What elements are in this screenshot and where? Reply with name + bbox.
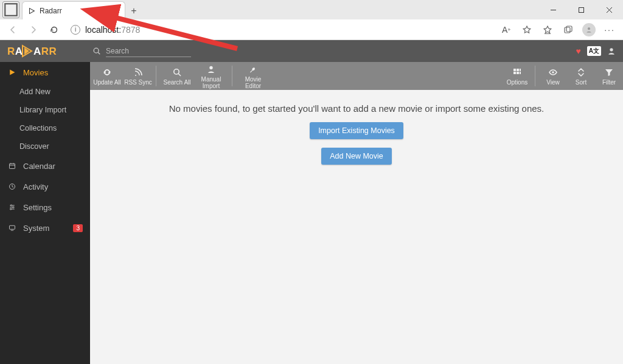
sort-icon <box>576 67 586 77</box>
favorites-icon[interactable] <box>520 22 534 37</box>
sidebar-item-library-import[interactable]: Library Import <box>0 101 90 119</box>
window-controls <box>539 0 623 19</box>
svg-point-27 <box>12 207 13 208</box>
svg-point-29 <box>10 208 12 210</box>
window-minimize-button[interactable] <box>539 0 567 19</box>
site-info-icon[interactable]: i <box>71 25 80 35</box>
svg-line-16 <box>98 52 100 54</box>
svg-rect-36 <box>517 69 519 71</box>
sidebar-item-settings[interactable]: Settings <box>0 197 90 218</box>
sidebar-item-label: Activity <box>23 182 48 191</box>
filter-icon <box>604 67 614 77</box>
wrench-icon <box>248 64 258 74</box>
toolbar-movie-editor[interactable]: MovieEditor <box>236 62 270 90</box>
content-area: No movies found, to get started you'll w… <box>90 90 623 364</box>
svg-rect-3 <box>579 7 583 12</box>
sidebar-item-calendar[interactable]: Calendar <box>0 156 90 176</box>
svg-point-15 <box>94 48 99 53</box>
svg-point-17 <box>610 48 613 51</box>
svg-rect-40 <box>520 72 521 74</box>
svg-marker-1 <box>30 8 35 13</box>
toolbar: Update All RSS Sync Search All <box>90 62 623 90</box>
toolbar-sort[interactable]: Sort <box>567 62 595 90</box>
sidebar-item-label: Calendar <box>23 162 55 171</box>
toolbar-view[interactable]: View <box>539 62 567 90</box>
browser-addressbar: i localhost:7878 A» ··· <box>0 19 623 40</box>
system-badge: 3 <box>73 224 83 232</box>
user-icon[interactable] <box>607 47 616 55</box>
svg-line-33 <box>178 74 181 76</box>
window-maximize-button[interactable] <box>567 0 595 19</box>
sidebar-item-label: System <box>23 224 49 233</box>
tab-favicon-play-icon <box>27 7 36 15</box>
toolbar-manual-import[interactable]: ManualImport <box>194 62 228 90</box>
toolbar-rss-sync[interactable]: RSS Sync <box>124 62 152 90</box>
sidebar-item-label: Settings <box>23 203 52 212</box>
search-icon <box>172 67 182 77</box>
toolbar-separator <box>156 66 156 86</box>
add-new-movie-button[interactable]: Add New Movie <box>321 148 392 165</box>
sidebar: Movies Add New Library Import Collection… <box>0 62 90 364</box>
search-input[interactable] <box>106 46 191 57</box>
radarr-logo[interactable]: RA ARR <box>0 40 90 62</box>
svg-marker-18 <box>10 70 15 75</box>
clock-icon <box>9 183 17 190</box>
tab-title: Radarr <box>40 7 109 15</box>
toolbar-filter[interactable]: Filter <box>595 62 623 90</box>
language-badge[interactable]: A文 <box>587 46 601 56</box>
empty-message: No movies found, to get started you'll w… <box>169 103 545 114</box>
favorites-bar-icon[interactable] <box>540 22 555 37</box>
grid-icon <box>512 67 522 77</box>
svg-rect-0 <box>5 4 17 16</box>
profile-avatar[interactable] <box>582 22 596 37</box>
radarr-app: RA ARR ♥ A文 <box>0 40 623 364</box>
toolbar-separator <box>232 66 232 86</box>
svg-point-34 <box>209 66 212 69</box>
svg-rect-19 <box>10 163 15 168</box>
collections-icon[interactable] <box>561 22 576 37</box>
donate-heart-icon[interactable]: ♥ <box>576 46 580 56</box>
refresh-icon <box>102 67 112 77</box>
svg-point-9 <box>588 27 590 30</box>
sidebar-item-collections[interactable]: Collections <box>0 119 90 137</box>
sidebar-item-movies[interactable]: Movies <box>0 62 90 83</box>
sidebar-item-add-new[interactable]: Add New <box>0 83 90 101</box>
toolbar-update-all[interactable]: Update All <box>90 62 124 90</box>
svg-point-41 <box>552 71 554 74</box>
svg-point-32 <box>174 69 179 74</box>
browser-tab[interactable]: Radarr × <box>22 1 125 19</box>
read-aloud-icon[interactable]: A» <box>499 22 513 37</box>
svg-point-25 <box>10 205 12 206</box>
rss-icon <box>133 67 143 77</box>
nav-refresh-button[interactable] <box>45 21 63 38</box>
window-close-button[interactable] <box>595 0 623 19</box>
browser-menu-button[interactable]: ··· <box>602 22 617 37</box>
svg-text:RA: RA <box>7 46 23 57</box>
svg-rect-35 <box>513 69 516 71</box>
toolbar-search-all[interactable]: Search All <box>160 62 194 90</box>
tab-actions-icon[interactable] <box>2 1 19 18</box>
close-icon[interactable]: × <box>113 6 120 16</box>
sliders-icon <box>9 204 17 211</box>
eye-icon <box>548 67 558 77</box>
nav-forward-button[interactable] <box>24 21 43 38</box>
svg-rect-30 <box>10 225 15 229</box>
url-field[interactable]: i localhost:7878 <box>66 21 496 38</box>
search-icon <box>92 47 101 55</box>
import-existing-button[interactable]: Import Existing Movies <box>310 122 403 139</box>
person-icon <box>206 64 216 74</box>
play-icon <box>9 69 17 76</box>
nav-back-button[interactable] <box>4 21 22 38</box>
new-tab-button[interactable]: + <box>125 2 142 19</box>
sidebar-item-activity[interactable]: Activity <box>0 176 90 197</box>
main-panel: Update All RSS Sync Search All <box>90 62 623 364</box>
sidebar-item-label: Movies <box>23 68 48 77</box>
toolbar-options[interactable]: Options <box>503 62 531 90</box>
sidebar-item-system[interactable]: System 3 <box>0 218 90 238</box>
svg-rect-39 <box>517 72 519 74</box>
svg-rect-38 <box>513 72 516 74</box>
url-text: localhost:7878 <box>85 25 140 35</box>
app-header: RA ARR ♥ A文 <box>0 40 623 62</box>
sidebar-item-discover[interactable]: Discover <box>0 137 90 156</box>
svg-rect-8 <box>566 26 572 32</box>
